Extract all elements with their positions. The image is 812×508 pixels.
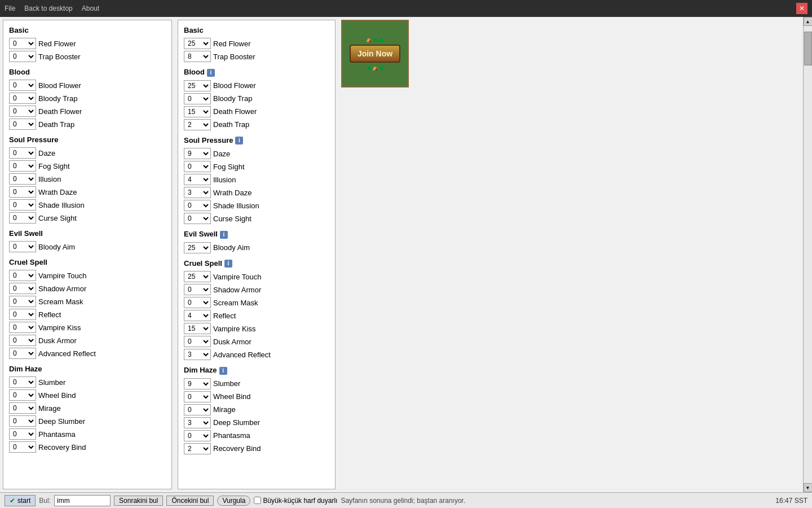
quantity-select-recovery-bind[interactable]: 0123456789101112131415161718192021222324… (9, 441, 36, 453)
quantity-select-advanced-reflect[interactable]: 0123456789101112131415161718192021222324… (9, 348, 36, 359)
scroll-track[interactable] (804, 26, 812, 483)
quantity-select-reflect[interactable]: 0123456789101112131415161718192021222324… (184, 310, 211, 321)
info-icon[interactable]: i (220, 231, 228, 239)
quantity-select-vampire-kiss[interactable]: 0123456789101112131415161718192021222324… (184, 323, 211, 334)
quantity-select-wheel-bind[interactable]: 0123456789101112131415161718192021222324… (184, 391, 211, 402)
quantity-select-shade-illusion[interactable]: 0123456789101112131415161718192021222324… (184, 200, 211, 211)
item-label-daze: Daze (38, 149, 55, 157)
quantity-select-daze[interactable]: 0123456789101112131415161718192021222324… (9, 147, 36, 159)
quantity-select-bloody-trap[interactable]: 0123456789101112131415161718192021222324… (9, 93, 36, 104)
quantity-select-dusk-armor[interactable]: 0123456789101112131415161718192021222324… (9, 335, 36, 346)
quantity-select-mirage[interactable]: 0123456789101112131415161718192021222324… (9, 402, 36, 414)
list-item: 0123456789101112131415161718192021222324… (9, 270, 166, 281)
quantity-select-wheel-bind[interactable]: 0123456789101112131415161718192021222324… (9, 389, 36, 401)
quantity-select-recovery-bind[interactable]: 0123456789101112131415161718192021222324… (184, 443, 211, 454)
ad-box: ⛺🌲🌲 Join Now 🌲⛺🌲 (341, 20, 409, 87)
search-input[interactable] (54, 495, 111, 506)
close-button[interactable]: ✕ (796, 3, 807, 14)
scroll-up-button[interactable]: ▲ (804, 17, 813, 26)
quantity-select-red-flower[interactable]: 0123456789101112131415161718192021222324… (9, 38, 36, 49)
quantity-select-phantasma[interactable]: 0123456789101112131415161718192021222324… (9, 428, 36, 440)
quantity-select-fog-sight[interactable]: 0123456789101112131415161718192021222324… (9, 160, 36, 172)
list-item: 0123456789101112131415161718192021222324… (184, 119, 329, 130)
list-item: 0123456789101112131415161718192021222324… (9, 80, 166, 91)
quantity-select-death-trap[interactable]: 0123456789101112131415161718192021222324… (9, 119, 36, 130)
quantity-select-shade-illusion[interactable]: 0123456789101112131415161718192021222324… (9, 199, 36, 211)
quantity-select-advanced-reflect[interactable]: 0123456789101112131415161718192021222324… (184, 349, 211, 360)
quantity-select-daze[interactable]: 0123456789101112131415161718192021222324… (184, 148, 211, 159)
quantity-select-curse-sight[interactable]: 0123456789101112131415161718192021222324… (184, 213, 211, 224)
quantity-select-scream-mask[interactable]: 0123456789101112131415161718192021222324… (184, 297, 211, 308)
quantity-select-reflect[interactable]: 0123456789101112131415161718192021222324… (9, 309, 36, 320)
list-item: 0123456789101112131415161718192021222324… (9, 186, 166, 198)
prev-find-button[interactable]: Öncekini bul (166, 496, 214, 506)
item-label-red-flower: Red Flower (213, 40, 250, 48)
item-label-mirage: Mirage (213, 405, 236, 414)
quantity-select-blood-flower[interactable]: 0123456789101112131415161718192021222324… (184, 80, 211, 91)
quantity-select-scream-mask[interactable]: 0123456789101112131415161718192021222324… (9, 296, 36, 307)
quantity-select-vampire-touch[interactable]: 0123456789101112131415161718192021222324… (184, 271, 211, 282)
quantity-select-vampire-kiss[interactable]: 0123456789101112131415161718192021222324… (9, 322, 36, 333)
menu-about[interactable]: About (82, 5, 99, 12)
title-bar: File Back to desktop About ✕ (0, 0, 812, 17)
quantity-select-illusion[interactable]: 0123456789101112131415161718192021222324… (9, 173, 36, 185)
quantity-select-deep-slumber[interactable]: 0123456789101112131415161718192021222324… (184, 417, 211, 428)
scroll-thumb[interactable] (804, 32, 812, 65)
quantity-select-illusion[interactable]: 0123456789101112131415161718192021222324… (184, 174, 211, 185)
list-item: 0123456789101112131415161718192021222324… (184, 404, 329, 415)
item-label-slumber: Slumber (213, 379, 240, 388)
highlight-button[interactable]: Vurgula (217, 496, 250, 506)
item-label-death-flower: Death Flower (38, 107, 82, 116)
info-icon[interactable]: i (224, 260, 232, 268)
menu-file[interactable]: File (5, 5, 15, 12)
list-item: 0123456789101112131415161718192021222324… (184, 297, 329, 308)
quantity-select-mirage[interactable]: 0123456789101112131415161718192021222324… (184, 404, 211, 415)
scroll-down-button[interactable]: ▼ (804, 483, 813, 492)
case-sensitive-checkbox[interactable] (254, 497, 261, 504)
quantity-select-death-flower[interactable]: 0123456789101112131415161718192021222324… (184, 106, 211, 117)
info-icon[interactable]: i (235, 137, 243, 144)
join-now-button[interactable]: Join Now (350, 45, 400, 63)
next-find-button[interactable]: Sonrakini bul (114, 496, 163, 506)
list-item: 0123456789101112131415161718192021222324… (9, 428, 166, 440)
scrollbar[interactable]: ▲ ▼ (803, 17, 812, 492)
quantity-select-shadow-armor[interactable]: 0123456789101112131415161718192021222324… (9, 283, 36, 294)
quantity-select-death-flower[interactable]: 0123456789101112131415161718192021222324… (9, 106, 36, 117)
quantity-select-blood-flower[interactable]: 0123456789101112131415161718192021222324… (9, 80, 36, 91)
quantity-select-bloody-aim[interactable]: 0123456789101112131415161718192021222324… (9, 241, 36, 252)
quantity-select-bloody-trap[interactable]: 0123456789101112131415161718192021222324… (184, 93, 211, 104)
quantity-select-wrath-daze[interactable]: 0123456789101112131415161718192021222324… (9, 186, 36, 198)
item-label-recovery-bind: Recovery Bind (38, 443, 86, 452)
item-label-death-trap: Death Trap (213, 120, 249, 129)
quantity-select-dusk-armor[interactable]: 0123456789101112131415161718192021222324… (184, 336, 211, 347)
case-sensitive-label[interactable]: Büyük-küçük harf duyarlı (254, 497, 337, 505)
quantity-select-shadow-armor[interactable]: 0123456789101112131415161718192021222324… (184, 284, 211, 295)
quantity-select-bloody-aim[interactable]: 0123456789101112131415161718192021222324… (184, 242, 211, 253)
quantity-select-deep-slumber[interactable]: 0123456789101112131415161718192021222324… (9, 415, 36, 427)
quantity-select-wrath-daze[interactable]: 0123456789101112131415161718192021222324… (184, 187, 211, 198)
list-item: 0123456789101112131415161718192021222324… (184, 310, 329, 321)
item-label-dusk-armor: Dusk Armor (38, 336, 77, 345)
quantity-select-curse-sight[interactable]: 0123456789101112131415161718192021222324… (9, 212, 36, 224)
list-item: 0123456789101112131415161718192021222324… (9, 93, 166, 104)
quantity-select-slumber[interactable]: 0123456789101112131415161718192021222324… (9, 376, 36, 388)
quantity-select-fog-sight[interactable]: 0123456789101112131415161718192021222324… (184, 161, 211, 172)
quantity-select-phantasma[interactable]: 0123456789101112131415161718192021222324… (184, 430, 211, 441)
item-label-reflect: Reflect (213, 312, 236, 320)
start-label: start (17, 497, 30, 505)
quantity-select-trap-booster[interactable]: 0123456789101112131415161718192021222324… (184, 51, 211, 62)
info-icon[interactable]: i (207, 69, 215, 77)
item-label-red-flower: Red Flower (38, 40, 76, 48)
list-item: 0123456789101112131415161718192021222324… (9, 415, 166, 427)
start-button[interactable]: ✔ start (5, 495, 36, 506)
quantity-select-vampire-touch[interactable]: 0123456789101112131415161718192021222324… (9, 270, 36, 281)
list-item: 0123456789101112131415161718192021222324… (9, 335, 166, 346)
item-label-slumber: Slumber (38, 378, 65, 387)
menu-back[interactable]: Back to desktop (24, 5, 72, 12)
quantity-select-red-flower[interactable]: 0123456789101112131415161718192021222324… (184, 38, 211, 49)
list-item: 0123456789101112131415161718192021222324… (184, 443, 329, 454)
quantity-select-trap-booster[interactable]: 0123456789101112131415161718192021222324… (9, 51, 36, 62)
info-icon[interactable]: i (219, 367, 227, 375)
quantity-select-slumber[interactable]: 0123456789101112131415161718192021222324… (184, 378, 211, 389)
quantity-select-death-trap[interactable]: 0123456789101112131415161718192021222324… (184, 119, 211, 130)
